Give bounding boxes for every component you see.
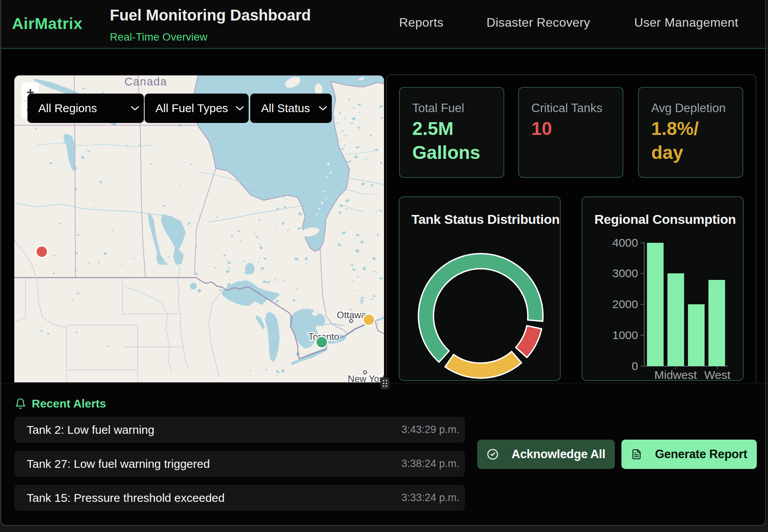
svg-text:1000: 1000 (612, 329, 638, 341)
svg-text:3000: 3000 (612, 267, 638, 280)
svg-text:0: 0 (631, 360, 638, 372)
svg-text:West: West (704, 368, 730, 381)
svg-text:2000: 2000 (612, 298, 638, 310)
svg-text:Ottawa: Ottawa (337, 310, 367, 320)
svg-text:4000: 4000 (612, 236, 638, 249)
svg-text:Midwest: Midwest (654, 368, 697, 381)
svg-text:New York: New York (348, 373, 384, 382)
svg-text:Canada: Canada (125, 75, 167, 88)
